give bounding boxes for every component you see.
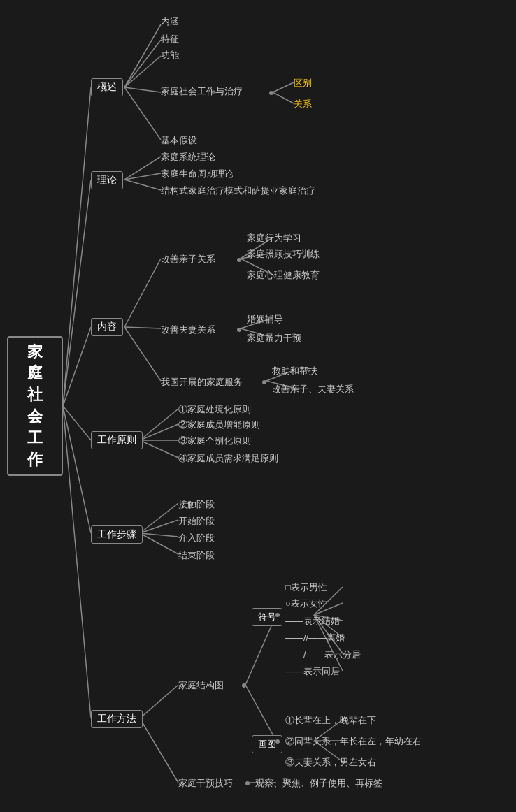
svg-line-0 bbox=[63, 87, 91, 406]
svg-line-27 bbox=[140, 424, 178, 440]
leaf-baoli: 家庭暴力干预 bbox=[247, 332, 301, 345]
branch-neirong: 内容 bbox=[91, 318, 123, 336]
svg-line-9 bbox=[124, 87, 161, 92]
sub-qinzi: 改善亲子关系 bbox=[161, 253, 215, 266]
leaf-huatu3: ③夫妻关系，男左女右 bbox=[285, 756, 376, 769]
svg-line-11 bbox=[273, 82, 294, 92]
leaf-xitong: 家庭系统理论 bbox=[161, 151, 215, 164]
svg-line-37 bbox=[245, 685, 276, 741]
branch-buzhou-label: 工作步骤 bbox=[97, 528, 136, 539]
leaf-jieru: 介入阶段 bbox=[178, 532, 215, 544]
leaf-fuhao5: ——/——表示分居 bbox=[285, 648, 361, 661]
svg-line-16 bbox=[124, 259, 161, 327]
branch-fuhao-label: 符号 bbox=[258, 611, 276, 622]
svg-line-4 bbox=[63, 406, 91, 533]
leaf-jiechu: 接触阶段 bbox=[178, 498, 215, 511]
branch-fuhao: 符号 bbox=[252, 608, 282, 626]
leaf-guanxi: 关系 bbox=[294, 98, 312, 110]
svg-line-12 bbox=[273, 92, 294, 103]
svg-line-7 bbox=[124, 40, 161, 87]
leaf-jieshu: 结束阶段 bbox=[178, 549, 215, 562]
svg-line-8 bbox=[124, 56, 161, 87]
svg-line-26 bbox=[140, 409, 178, 440]
svg-line-29 bbox=[140, 440, 178, 458]
dot-ganyu bbox=[245, 781, 250, 785]
svg-line-15 bbox=[124, 180, 161, 190]
leaf-gaishan: 改善亲子、夫妻关系 bbox=[272, 383, 354, 396]
svg-line-34 bbox=[140, 685, 178, 718]
svg-line-18 bbox=[124, 327, 161, 381]
leaf-fuhao1: □表示男性 bbox=[285, 581, 327, 594]
svg-line-14 bbox=[124, 173, 161, 180]
leaf-neihan: 内涵 bbox=[161, 15, 179, 28]
root-node: 家庭社会工作 bbox=[7, 336, 63, 476]
leaf-yuanze2: ②家庭成员增能原则 bbox=[178, 419, 260, 431]
branch-lilun: 理论 bbox=[91, 171, 123, 189]
leaf-huatu2: ②同辈关系，年长在左，年幼在右 bbox=[285, 735, 422, 748]
leaf-fuhao6: ------表示同居 bbox=[285, 665, 340, 678]
leaf-fuhao4: ——//——离婚 bbox=[285, 632, 345, 644]
svg-line-33 bbox=[140, 533, 178, 554]
branch-buzhou: 工作步骤 bbox=[91, 525, 143, 544]
leaf-kaishi: 开始阶段 bbox=[178, 515, 215, 528]
leaf-yuanze1: ①家庭处境化原则 bbox=[178, 403, 251, 416]
leaf-xinli: 家庭心理健康教育 bbox=[247, 269, 320, 282]
svg-line-5 bbox=[63, 406, 91, 718]
leaf-hunyin: 婚姻辅导 bbox=[247, 313, 283, 326]
svg-line-10 bbox=[124, 87, 161, 140]
leaf-huatu1: ①长辈在上，晚辈在下 bbox=[285, 714, 376, 727]
leaf-fuhao2: ○表示女性 bbox=[285, 597, 327, 610]
dot-jiegoutu bbox=[242, 683, 246, 688]
leaf-yuanze3: ③家庭个别化原则 bbox=[178, 435, 251, 447]
sub-jiegoutu: 家庭结构图 bbox=[178, 679, 224, 692]
svg-line-2 bbox=[63, 327, 91, 406]
svg-line-31 bbox=[140, 520, 178, 533]
leaf-gongneng: 功能 bbox=[161, 49, 179, 61]
dot-qinzi bbox=[237, 258, 241, 262]
branch-fangfa-label: 工作方法 bbox=[97, 713, 136, 724]
svg-line-30 bbox=[140, 503, 178, 533]
dot-zhiliao bbox=[269, 91, 273, 95]
mind-map: 家庭社会工作 概述 内涵 特征 功能 家庭社会工作与治疗 区别 关系 基本假设 … bbox=[0, 0, 516, 812]
svg-line-6 bbox=[124, 24, 161, 87]
leaf-fuhao3: ——表示结婚 bbox=[285, 615, 340, 628]
branch-huatu-label: 画图 bbox=[258, 739, 276, 749]
branch-gaisu: 概述 bbox=[91, 78, 123, 96]
leaf-ganyu1: 观察、聚焦、例子使用、再标签 bbox=[255, 777, 382, 790]
svg-line-1 bbox=[63, 180, 91, 406]
leaf-yuanze4: ④家庭成员需求满足原则 bbox=[178, 452, 278, 465]
root-label: 家庭社会工作 bbox=[27, 342, 43, 471]
branch-gaisu-label: 概述 bbox=[97, 81, 117, 92]
sub-woguo: 我国开展的家庭服务 bbox=[161, 376, 243, 389]
leaf-jiegou: 结构式家庭治疗模式和萨提亚家庭治疗 bbox=[161, 184, 315, 197]
svg-line-13 bbox=[124, 157, 161, 180]
dot-fuhao bbox=[275, 613, 280, 617]
branch-neirong-label: 内容 bbox=[97, 321, 117, 332]
svg-line-32 bbox=[140, 533, 178, 537]
leaf-tezheng: 特征 bbox=[161, 33, 179, 45]
leaf-xinwei: 家庭行为学习 bbox=[247, 232, 301, 245]
branch-yuanze-label: 工作原则 bbox=[97, 434, 136, 445]
svg-line-35 bbox=[140, 718, 178, 783]
leaf-shengming: 家庭生命周期理论 bbox=[161, 168, 234, 180]
dot-fuqi bbox=[237, 328, 241, 332]
svg-line-17 bbox=[124, 327, 161, 328]
leaf-qubie: 区别 bbox=[294, 77, 312, 89]
branch-lilun-label: 理论 bbox=[97, 174, 117, 185]
branch-yuanze: 工作原则 bbox=[91, 431, 143, 449]
sub-ganyu: 家庭干预技巧 bbox=[178, 777, 233, 790]
svg-line-3 bbox=[63, 406, 91, 440]
dot-huatu bbox=[275, 739, 280, 744]
branch-huatu: 画图 bbox=[252, 735, 282, 753]
leaf-zhiliao: 家庭社会工作与治疗 bbox=[161, 85, 243, 98]
leaf-jiuzhu: 救助和帮扶 bbox=[272, 365, 317, 377]
leaf-jibenjiashe: 基本假设 bbox=[161, 134, 197, 147]
branch-fangfa: 工作方法 bbox=[91, 710, 143, 728]
sub-fuqi: 改善夫妻关系 bbox=[161, 324, 215, 336]
leaf-zhaogu: 家庭照顾技巧训练 bbox=[247, 248, 320, 261]
dot-woguo bbox=[262, 380, 266, 384]
